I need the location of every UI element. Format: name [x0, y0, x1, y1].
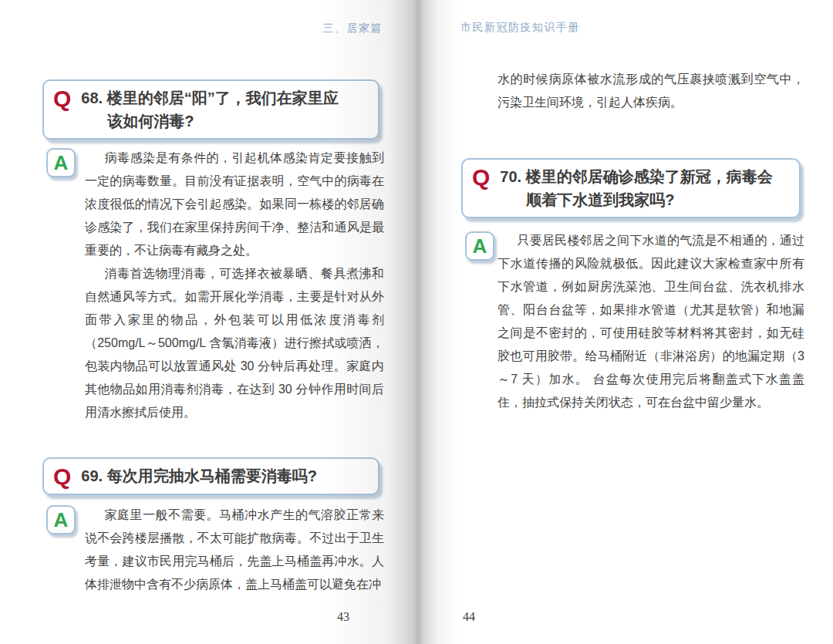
a-icon: A [46, 148, 76, 177]
q-icon: Q [472, 165, 490, 189]
answer-paragraph: 水的时候病原体被水流形成的气压裹挟喷溅到空气中，污染卫生间环境，引起人体疾病。 [497, 68, 804, 114]
q-icon: Q [53, 86, 71, 110]
question-box-70: Q 70. 楼里的邻居确诊感染了新冠，病毒会 顺着下水道到我家吗? [461, 158, 801, 218]
question-box-69: Q 69. 每次用完抽水马桶需要消毒吗? [42, 457, 379, 495]
question-title-line: 顺着下水道到我家吗? [500, 188, 772, 211]
answer-block-69: 家庭里一般不需要。马桶冲水产生的气溶胶正常来说不会跨楼层播散，不太可能扩散病毒。… [85, 504, 384, 596]
answer-block-68: 病毒感染是有条件的，引起机体感染肯定要接触到一定的病毒数量。目前没有证据表明，空… [85, 147, 384, 424]
page-number-right: 44 [463, 610, 475, 624]
q-icon: Q [53, 464, 71, 488]
answer-paragraph: 消毒首选物理消毒，可选择衣被暴晒、餐具煮沸和自然通风等方式。如需开展化学消毒，主… [85, 262, 384, 424]
question-title-line: 该如何消毒? [81, 110, 338, 133]
book-spread: 三、居家篇 Q 68. 楼里的邻居“阳”了，我们在家里应 该如何消毒? A 病毒… [0, 0, 833, 644]
question-title-line: 69. 每次用完抽水马桶需要消毒吗? [81, 464, 317, 487]
answer-block-70: 只要居民楼邻居之间下水道的气流是不相通的，通过下水道传播的风险就极低。因此建议大… [497, 229, 804, 414]
answer-paragraph: 只要居民楼邻居之间下水道的气流是不相通的，通过下水道传播的风险就极低。因此建议大… [497, 229, 804, 414]
page-number-left: 43 [337, 610, 349, 624]
question-title-68: 68. 楼里的邻居“阳”了，我们在家里应 该如何消毒? [81, 86, 338, 133]
question-title-line: 68. 楼里的邻居“阳”了，我们在家里应 [81, 86, 338, 110]
question-title-69: 69. 每次用完抽水马桶需要消毒吗? [81, 464, 317, 487]
question-box-68: Q 68. 楼里的邻居“阳”了，我们在家里应 该如何消毒? [42, 79, 379, 140]
running-header-left: 三、居家篇 [323, 22, 383, 35]
question-title-70: 70. 楼里的邻居确诊感染了新冠，病毒会 顺着下水道到我家吗? [500, 165, 772, 211]
left-page: 三、居家篇 Q 68. 楼里的邻居“阳”了，我们在家里应 该如何消毒? A 病毒… [0, 0, 416, 644]
a-icon: A [465, 231, 494, 261]
answer-paragraph: 家庭里一般不需要。马桶冲水产生的气溶胶正常来说不会跨楼层播散，不太可能扩散病毒。… [85, 504, 384, 596]
a-icon: A [46, 505, 76, 534]
question-title-line: 70. 楼里的邻居确诊感染了新冠，病毒会 [500, 165, 772, 188]
running-header-right: 市民新冠防疫知识手册 [460, 21, 580, 35]
right-page: 市民新冠防疫知识手册 水的时候病原体被水流形成的气压裹挟喷溅到空气中，污染卫生间… [416, 0, 833, 644]
answer-continuation-69: 水的时候病原体被水流形成的气压裹挟喷溅到空气中，污染卫生间环境，引起人体疾病。 [497, 68, 804, 114]
answer-paragraph: 病毒感染是有条件的，引起机体感染肯定要接触到一定的病毒数量。目前没有证据表明，空… [85, 147, 384, 262]
